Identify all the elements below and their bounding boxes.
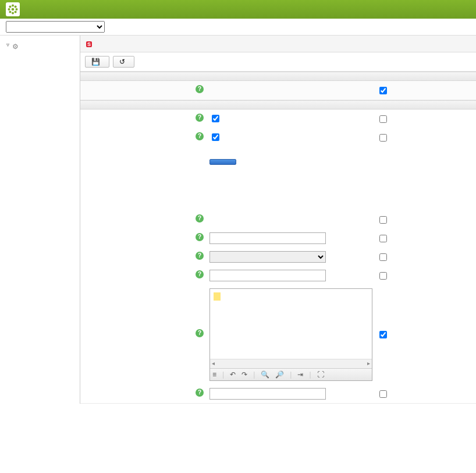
inherit-org-access[interactable] [377,84,470,96]
macro-open-icon [218,292,221,301]
enabled-label [86,113,191,114]
svg-point-8 [15,11,17,13]
content: 💾 ↺ ? [80,36,476,404]
inherit-score-checkbox[interactable] [379,253,387,261]
score-label [86,251,191,252]
help-icon[interactable]: ? [196,233,204,241]
field-default-company: ? [80,384,476,403]
help-icon[interactable]: ? [196,252,204,260]
svg-point-3 [8,8,10,10]
reset-icon: ↺ [119,58,125,65]
salesforce-icon [86,40,94,47]
inherit-batch[interactable] [377,232,470,244]
inherit-lead-desc-checkbox[interactable] [379,331,387,338]
settings-icon [12,41,20,48]
save-icon: 💾 [91,58,100,65]
reset-button[interactable]: ↺ [113,56,134,68]
svg-point-5 [9,5,11,8]
inherit-min-points[interactable] [377,270,470,281]
inherit-company[interactable] [377,388,470,400]
tb-fullscreen-icon[interactable]: ⛶ [317,370,324,379]
field-lead-description: ? ≡ | ↶ ↷ | 🔍 [80,285,476,384]
tb-find-icon[interactable]: 🔍 [261,370,269,379]
tb-list-icon[interactable]: ≡ [212,370,216,379]
score-select[interactable] [209,251,326,263]
svg-point-4 [16,8,18,10]
inherit-org-access-checkbox[interactable] [379,87,387,94]
inherit-enabled-checkbox[interactable] [379,115,387,123]
help-icon[interactable]: ? [196,214,204,223]
batch-input[interactable] [209,232,326,244]
min-points-input[interactable] [209,270,326,281]
editor-scrollbar[interactable] [210,359,372,368]
settings-tree: ▿ [2,39,80,50]
site-select[interactable] [6,21,105,33]
company-input[interactable] [209,388,326,400]
inherit-mapping[interactable] [377,150,470,225]
inherit-min-points-checkbox[interactable] [379,272,387,280]
enabled-checkbox[interactable] [212,115,219,122]
section-authorization-header [80,72,476,81]
global-header [0,0,476,19]
help-icon[interactable]: ? [196,270,204,278]
svg-point-1 [12,5,14,7]
svg-point-6 [15,5,17,8]
company-label [86,388,191,389]
keep-updated-checkbox[interactable] [212,133,219,141]
toolbar: 💾 ↺ [80,52,476,72]
field-min-points: ? [80,266,476,285]
inherit-batch-checkbox[interactable] [379,235,387,242]
inherit-score[interactable] [377,251,470,263]
field-enabled: ? [80,110,476,128]
inherit-company-checkbox[interactable] [379,390,387,398]
tb-indent-icon[interactable]: ⇥ [297,370,303,379]
help-icon[interactable]: ? [196,329,204,337]
inherit-keep-updated-checkbox[interactable] [379,134,387,142]
page-header [80,36,476,52]
inherit-keep-updated[interactable] [377,132,470,143]
mapping-label [86,150,191,214]
mapping-col-source [221,150,233,153]
inherit-mapping-checkbox[interactable] [379,216,387,224]
batch-label [86,232,191,234]
lead-desc-editor[interactable]: ≡ | ↶ ↷ | 🔍 🔎 | ⇥ | ⛶ [209,288,372,381]
min-points-label [86,270,191,271]
lead-desc-textarea[interactable] [210,289,372,359]
keep-updated-label [86,132,191,133]
field-score: ? [80,248,476,266]
inherit-enabled[interactable] [377,113,470,125]
field-org-access: ? [80,81,476,100]
mapping-col-salesforce [209,150,221,153]
tb-undo-icon[interactable]: ↶ [230,370,236,379]
tree-toggle-icon[interactable]: ▿ [5,40,10,50]
edit-mapping-button[interactable] [209,159,236,165]
field-keep-updated: ? [80,128,476,147]
site-bar [0,19,476,36]
section-replication-header [80,100,476,110]
logo-icon [6,2,20,16]
logo [0,1,69,17]
tb-replace-icon[interactable]: 🔎 [275,370,284,379]
org-access-label [86,84,191,86]
save-button[interactable]: 💾 [85,56,109,68]
svg-point-0 [12,8,15,11]
lead-desc-label [86,288,191,329]
help-icon[interactable]: ? [196,85,204,93]
field-batch-size: ? [80,229,476,248]
tb-redo-icon[interactable]: ↷ [241,370,247,379]
field-mapping: ? [80,147,476,229]
help-icon[interactable]: ? [196,132,204,140]
svg-point-7 [9,11,11,13]
sidebar: ▿ [0,36,80,404]
inherit-lead-desc[interactable] [377,288,470,340]
help-icon[interactable]: ? [196,114,204,122]
help-icon[interactable]: ? [196,389,204,397]
editor-toolbar: ≡ | ↶ ↷ | 🔍 🔎 | ⇥ | ⛶ [210,368,372,380]
mapping-table [209,150,233,153]
svg-point-2 [12,12,14,15]
